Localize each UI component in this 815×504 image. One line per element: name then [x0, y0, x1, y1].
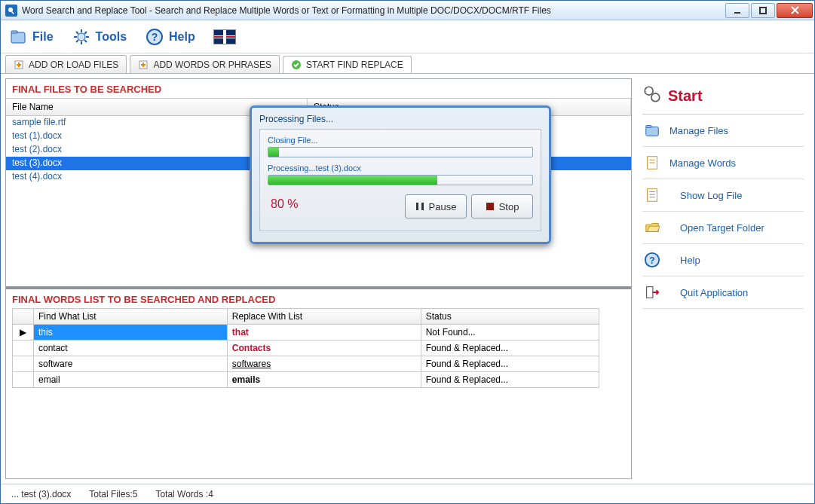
- stop-button[interactable]: Stop: [471, 194, 533, 218]
- processing-dialog: Processing Files... Closing File... Proc…: [250, 105, 551, 244]
- tab-label: ADD OR LOAD FILES: [29, 60, 118, 70]
- open-target-link[interactable]: Open Target Folder: [642, 212, 804, 244]
- svg-text:?: ?: [152, 31, 158, 43]
- svg-rect-41: [421, 203, 424, 210]
- words-section-title: FINAL WORDS LIST TO BE SEARCHED AND REPL…: [6, 289, 631, 308]
- pause-icon: [415, 202, 424, 211]
- svg-rect-3: [760, 8, 766, 14]
- word-row[interactable]: contactContactsFound & Replaced...: [13, 341, 599, 356]
- file-menu[interactable]: File: [8, 27, 54, 47]
- files-section-title: FINAL FILES TO BE SEARCHED: [6, 79, 631, 98]
- col-replace[interactable]: Replace With List: [227, 309, 421, 325]
- document-icon: [644, 154, 660, 171]
- open-target-label: Open Target Folder: [669, 222, 764, 234]
- cell-replace[interactable]: that: [227, 325, 421, 341]
- word-row[interactable]: emailemailsFound & Replaced...: [13, 372, 599, 388]
- file-icon: [8, 27, 28, 47]
- manage-files-label: Manage Files: [669, 125, 728, 136]
- plus-word-icon: [138, 60, 149, 70]
- manage-words-label: Manage Words: [669, 157, 736, 169]
- language-flag-uk[interactable]: [213, 29, 236, 44]
- col-find[interactable]: Find What List: [34, 309, 228, 325]
- close-button[interactable]: [777, 3, 813, 18]
- open-folder-icon: [644, 219, 660, 236]
- help-link-label: Help: [669, 255, 700, 266]
- svg-rect-39: [647, 287, 653, 298]
- help-circle-icon: ?: [644, 252, 660, 268]
- help-label: Help: [169, 30, 195, 44]
- cell-status: Found & Replaced...: [421, 372, 599, 388]
- tab-row: ADD OR LOAD FILES ADD WORDS OR PHRASES S…: [1, 53, 814, 73]
- svg-line-13: [76, 32, 78, 34]
- svg-line-15: [84, 32, 87, 34]
- app-window: Word Search and Replace Tool - Search an…: [0, 0, 815, 504]
- stop-icon: [486, 202, 495, 211]
- row-marker: [13, 372, 34, 388]
- row-marker: ▶: [13, 325, 34, 341]
- tab-start-replace[interactable]: START FIND REPLACE: [283, 56, 412, 74]
- svg-rect-1: [11, 11, 14, 14]
- dialog-title: Processing Files...: [259, 112, 541, 129]
- show-log-label: Show Log File: [669, 190, 742, 201]
- status-bar: ... test (3).docx Total Files:5 Total Wo…: [1, 484, 814, 503]
- tools-label: Tools: [96, 30, 127, 44]
- cell-find[interactable]: contact: [34, 341, 228, 356]
- svg-rect-6: [11, 32, 25, 43]
- help-link[interactable]: ? Help: [642, 244, 804, 276]
- folder-icon: [644, 122, 660, 139]
- help-menu[interactable]: ? Help: [145, 27, 195, 47]
- cell-find[interactable]: this: [34, 325, 228, 341]
- pause-button[interactable]: Pause: [405, 194, 467, 218]
- status-total-files: Total Files:5: [89, 489, 137, 499]
- cell-replace[interactable]: emails: [227, 372, 421, 388]
- toolbar: File Tools ? Help: [1, 20, 814, 53]
- svg-rect-33: [648, 189, 657, 202]
- col-word-status[interactable]: Status: [421, 309, 599, 325]
- tab-add-words[interactable]: ADD WORDS OR PHRASES: [130, 55, 280, 73]
- row-marker: [13, 341, 34, 356]
- side-panel: Start Manage Files Manage Words Show Log…: [636, 78, 810, 479]
- cell-status: Found & Replaced...: [421, 341, 599, 356]
- manage-words-link[interactable]: Manage Words: [642, 147, 804, 179]
- progress-percent: 80 %: [268, 191, 301, 217]
- cell-find[interactable]: email: [34, 372, 228, 388]
- show-log-link[interactable]: Show Log File: [642, 179, 804, 212]
- progress-label-1: Closing File...: [268, 136, 533, 145]
- manage-files-link[interactable]: Manage Files: [642, 115, 804, 147]
- svg-line-14: [84, 40, 87, 42]
- file-label: File: [32, 30, 54, 44]
- titlebar: Word Search and Replace Tool - Search an…: [1, 1, 814, 20]
- progress-bar-2: [268, 175, 533, 185]
- svg-rect-7: [11, 31, 17, 33]
- cell-replace[interactable]: Contacts: [227, 341, 421, 356]
- cell-find[interactable]: software: [34, 356, 228, 372]
- maximize-button[interactable]: [751, 3, 775, 18]
- app-icon: [5, 5, 17, 17]
- gear-icon: [72, 27, 91, 47]
- svg-rect-40: [416, 203, 418, 210]
- tab-add-files[interactable]: ADD OR LOAD FILES: [5, 55, 127, 73]
- tab-label: START FIND REPLACE: [306, 60, 403, 70]
- exit-icon: [644, 284, 660, 301]
- minimize-button[interactable]: [725, 3, 749, 18]
- status-current-file: ... test (3).docx: [11, 489, 71, 499]
- row-marker: [13, 356, 34, 372]
- quit-link[interactable]: Quit Application: [642, 276, 804, 309]
- tab-label: ADD WORDS OR PHRASES: [153, 60, 271, 70]
- help-icon: ?: [145, 27, 164, 47]
- svg-text:?: ?: [649, 255, 654, 266]
- svg-point-8: [78, 33, 85, 41]
- check-icon: [291, 60, 302, 70]
- word-row[interactable]: ▶thisthatNot Found...: [13, 325, 599, 341]
- pause-label: Pause: [429, 201, 457, 212]
- words-grid: Find What List Replace With List Status …: [6, 308, 631, 388]
- svg-point-27: [651, 93, 660, 102]
- tools-menu[interactable]: Tools: [72, 27, 127, 47]
- start-heading: Start: [642, 81, 804, 115]
- svg-rect-42: [486, 203, 494, 210]
- word-row[interactable]: softwaresoftwaresFound & Replaced...: [13, 356, 599, 372]
- cell-replace[interactable]: softwares: [227, 356, 421, 372]
- progress-bar-1: [268, 147, 533, 157]
- window-title: Word Search and Replace Tool - Search an…: [22, 5, 725, 16]
- cell-status: Found & Replaced...: [421, 356, 599, 372]
